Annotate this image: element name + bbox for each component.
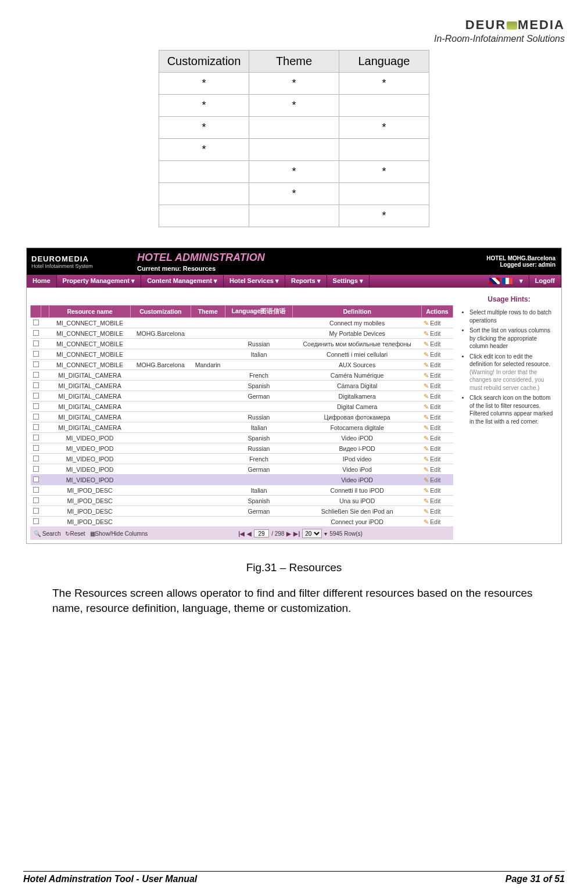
search-link[interactable]: 🔍 Search <box>34 531 60 537</box>
edit-icon[interactable]: ✎ <box>424 403 429 410</box>
flag-dropdown[interactable]: ▾ <box>514 275 529 288</box>
edit-icon[interactable]: ✎ <box>424 330 429 337</box>
nav-item[interactable]: Property Management ▾ <box>57 275 142 288</box>
flag-uk-icon[interactable] <box>489 278 500 284</box>
table-header[interactable]: Language图语信语 <box>225 306 293 318</box>
edit-action[interactable]: ✎Edit <box>421 422 453 433</box>
table-header[interactable] <box>31 306 41 318</box>
edit-action[interactable]: ✎Edit <box>421 496 453 506</box>
table-row[interactable]: MI_CONNECT_MOBILERussianСоединить мои мо… <box>31 339 453 349</box>
row-checkbox[interactable] <box>33 351 39 357</box>
table-row[interactable]: MI_DIGITAL_CAMERAGermanDigitalkamera✎Edi… <box>31 391 453 402</box>
edit-icon[interactable]: ✎ <box>424 445 429 452</box>
edit-icon[interactable]: ✎ <box>424 351 429 358</box>
first-page-icon[interactable]: |◀ <box>238 531 245 537</box>
row-checkbox[interactable] <box>33 487 39 493</box>
table-row[interactable]: MI_IPOD_DESCSpanishUna su iPOD✎Edit <box>31 496 453 506</box>
edit-action[interactable]: ✎Edit <box>421 464 453 475</box>
table-row[interactable]: MI_IPOD_DESCItalianConnetti il tuo iPOD✎… <box>31 485 453 496</box>
row-checkbox[interactable] <box>33 456 39 461</box>
row-checkbox[interactable] <box>33 320 39 325</box>
row-checkbox[interactable] <box>33 445 39 451</box>
table-header[interactable]: Resource name <box>49 306 131 318</box>
flag-fr-icon[interactable] <box>502 278 512 284</box>
nav-item[interactable]: Content Management ▾ <box>141 275 224 288</box>
table-row[interactable]: MI_DIGITAL_CAMERAItalianFotocamera digit… <box>31 422 453 433</box>
row-checkbox[interactable] <box>33 466 39 472</box>
table-row[interactable]: MI_IPOD_DESCGermanSchließen Sie den iPod… <box>31 506 453 517</box>
table-row[interactable]: MI_CONNECT_MOBILEMOHG.BarcelonaMandarinA… <box>31 360 453 370</box>
row-checkbox[interactable] <box>33 341 39 346</box>
page-size-select[interactable]: 20 <box>302 529 322 538</box>
edit-action[interactable]: ✎Edit <box>421 443 453 454</box>
table-row[interactable]: MI_DIGITAL_CAMERAFrenchCaméra Numérique✎… <box>31 370 453 381</box>
table-row[interactable]: MI_IPOD_DESCConnect your iPOD✎Edit <box>31 517 453 527</box>
row-checkbox[interactable] <box>33 403 39 409</box>
edit-action[interactable]: ✎Edit <box>421 402 453 412</box>
edit-action[interactable]: ✎Edit <box>421 485 453 496</box>
table-row[interactable]: MI_VIDEO_IPODGermanVideo iPod✎Edit <box>31 464 453 475</box>
edit-icon[interactable]: ✎ <box>424 497 429 504</box>
showhide-link[interactable]: ▦Show/Hide Columns <box>90 531 148 537</box>
table-header[interactable]: Actions <box>421 306 453 318</box>
edit-action[interactable]: ✎Edit <box>421 391 453 402</box>
row-checkbox[interactable] <box>33 361 39 367</box>
edit-action[interactable]: ✎Edit <box>421 517 453 527</box>
nav-item[interactable]: Settings ▾ <box>327 275 370 288</box>
edit-action[interactable]: ✎Edit <box>421 433 453 443</box>
edit-action[interactable]: ✎Edit <box>421 328 453 339</box>
edit-action[interactable]: ✎Edit <box>421 370 453 381</box>
nav-item[interactable]: Reports ▾ <box>285 275 327 288</box>
edit-icon[interactable]: ✎ <box>424 435 429 442</box>
edit-icon[interactable]: ✎ <box>424 341 429 347</box>
edit-icon[interactable]: ✎ <box>424 361 429 368</box>
table-row[interactable]: MI_DIGITAL_CAMERARussianЦифровая фотокам… <box>31 412 453 422</box>
table-header[interactable]: Customization <box>131 306 191 318</box>
row-checkbox[interactable] <box>33 372 39 378</box>
table-row[interactable]: MI_CONNECT_MOBILEMOHG.BarcelonaMy Portab… <box>31 328 453 339</box>
row-checkbox[interactable] <box>33 518 39 524</box>
edit-icon[interactable]: ✎ <box>424 382 429 389</box>
table-header[interactable] <box>41 306 49 318</box>
edit-action[interactable]: ✎Edit <box>421 412 453 422</box>
table-row[interactable]: MI_VIDEO_IPODSpanishVideo iPOD✎Edit <box>31 433 453 443</box>
row-checkbox[interactable] <box>33 476 39 482</box>
nav-item[interactable]: Home <box>27 275 57 288</box>
edit-icon[interactable]: ✎ <box>424 476 429 483</box>
page-input[interactable] <box>254 529 269 537</box>
row-checkbox[interactable] <box>33 497 39 503</box>
row-checkbox[interactable] <box>33 424 39 430</box>
table-row[interactable]: MI_VIDEO_IPODFrenchIPod video✎Edit <box>31 454 453 464</box>
edit-icon[interactable]: ✎ <box>424 320 429 327</box>
edit-icon[interactable]: ✎ <box>424 372 429 379</box>
row-checkbox[interactable] <box>33 330 39 336</box>
last-page-icon[interactable]: ▶| <box>293 531 300 537</box>
edit-icon[interactable]: ✎ <box>424 466 429 473</box>
row-checkbox[interactable] <box>33 382 39 388</box>
edit-icon[interactable]: ✎ <box>424 424 429 431</box>
table-row[interactable]: MI_DIGITAL_CAMERADigital Camera✎Edit <box>31 402 453 412</box>
edit-action[interactable]: ✎Edit <box>421 381 453 391</box>
next-page-icon[interactable]: ▶ <box>286 531 291 537</box>
edit-icon[interactable]: ✎ <box>424 487 429 494</box>
prev-page-icon[interactable]: ◀ <box>247 531 252 537</box>
table-row[interactable]: MI_CONNECT_MOBILEConnect my mobiles✎Edit <box>31 318 453 328</box>
edit-action[interactable]: ✎Edit <box>421 475 453 485</box>
table-row[interactable]: MI_VIDEO_IPODVideo iPOD✎Edit <box>31 475 453 485</box>
row-checkbox[interactable] <box>33 393 39 399</box>
edit-action[interactable]: ✎Edit <box>421 506 453 517</box>
row-checkbox[interactable] <box>33 508 39 514</box>
edit-action[interactable]: ✎Edit <box>421 339 453 349</box>
edit-action[interactable]: ✎Edit <box>421 349 453 360</box>
edit-action[interactable]: ✎Edit <box>421 454 453 464</box>
table-header[interactable]: Definition <box>293 306 421 318</box>
edit-icon[interactable]: ✎ <box>424 518 429 525</box>
table-row[interactable]: MI_DIGITAL_CAMERASpanishCámara Digital✎E… <box>31 381 453 391</box>
edit-icon[interactable]: ✎ <box>424 456 429 463</box>
reset-link[interactable]: ↻Reset <box>65 531 85 537</box>
table-header[interactable]: Theme <box>191 306 225 318</box>
table-row[interactable]: MI_CONNECT_MOBILEItalianConnetti i miei … <box>31 349 453 360</box>
logoff-link[interactable]: Logoff <box>529 275 561 288</box>
edit-icon[interactable]: ✎ <box>424 508 429 515</box>
edit-icon[interactable]: ✎ <box>424 414 429 421</box>
